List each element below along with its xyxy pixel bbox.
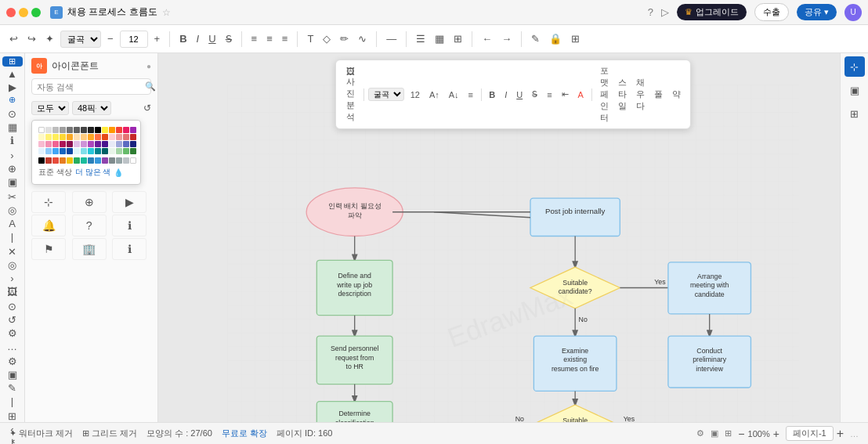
sidebar-icon-location[interactable]: ⊙	[2, 301, 23, 312]
rp-panel-icon[interactable]: ▣	[844, 80, 865, 100]
color-swatch[interactable]	[74, 148, 80, 154]
std-color-swatch[interactable]	[102, 157, 108, 164]
sidebar-icon-pin[interactable]: |	[2, 231, 23, 243]
color-swatch[interactable]	[60, 134, 66, 140]
sidebar-icon-person[interactable]: ⚙	[2, 327, 23, 339]
color-swatch[interactable]	[52, 134, 59, 140]
color-swatch[interactable]	[88, 148, 94, 154]
ft-bold[interactable]: B	[486, 88, 498, 101]
color-swatch[interactable]	[116, 134, 122, 140]
sidebar-icon-settings3[interactable]: ⚙	[2, 356, 23, 367]
watermark-button[interactable]: ✦ 워터마크 제거	[9, 428, 73, 439]
color-swatch[interactable]	[102, 141, 108, 147]
close-button[interactable]	[6, 8, 16, 17]
undo-button[interactable]: ↩	[6, 31, 21, 46]
color-swatch[interactable]	[38, 141, 45, 147]
ft-image-analysis[interactable]: 🖼 사진 분석	[342, 65, 359, 125]
icon-item-cursor[interactable]: ⊹	[31, 191, 66, 213]
shape-button[interactable]: ◇	[320, 31, 334, 46]
align-right-button[interactable]: ≡	[279, 31, 291, 46]
color-swatch[interactable]	[130, 134, 136, 140]
icon-item-film[interactable]: ▶	[112, 191, 146, 213]
icon-item-info2[interactable]: ℹ	[112, 238, 146, 260]
color-swatch[interactable]	[116, 148, 122, 154]
color-swatch[interactable]	[60, 141, 66, 147]
color-swatch[interactable]	[88, 134, 94, 140]
color-swatch[interactable]	[102, 134, 108, 140]
color-swatch[interactable]	[67, 141, 73, 147]
color-swatch[interactable]	[81, 141, 87, 147]
color-swatch[interactable]	[74, 141, 80, 147]
color-swatch[interactable]	[81, 148, 87, 154]
color-swatch[interactable]	[109, 141, 115, 147]
eyedropper-icon[interactable]: 💧	[114, 168, 123, 177]
color-swatch[interactable]	[102, 127, 108, 133]
sidebar-icon-cut[interactable]: ✂	[2, 191, 23, 203]
sidebar-icon-more[interactable]: …	[2, 341, 23, 352]
std-color-swatch[interactable]	[52, 157, 59, 164]
ft-font-select[interactable]: 굴곡	[368, 88, 404, 101]
icon-item-help[interactable]: ?	[72, 215, 107, 236]
color-swatch[interactable]	[52, 141, 59, 147]
arrow-left-button[interactable]: ←	[479, 31, 495, 46]
color-swatch[interactable]	[88, 141, 94, 147]
filter-category-select[interactable]: 모두	[31, 101, 69, 115]
search-input[interactable]	[37, 82, 145, 92]
ft-decrease[interactable]: A↓	[446, 88, 462, 101]
text-button[interactable]: T	[304, 31, 316, 46]
page-tab[interactable]: 페이지-1	[786, 426, 834, 441]
play-icon[interactable]: ▷	[661, 6, 669, 18]
export-button[interactable]: 수출	[754, 3, 789, 21]
color-swatch[interactable]	[45, 134, 52, 140]
color-swatch[interactable]	[52, 127, 59, 133]
std-color-swatch[interactable]	[130, 157, 136, 164]
rp-cursor-icon[interactable]: ⊹	[844, 56, 865, 77]
std-color-swatch[interactable]	[81, 157, 87, 164]
std-color-swatch[interactable]	[123, 157, 129, 164]
color-swatch[interactable]	[116, 127, 122, 133]
line-button[interactable]: ∿	[355, 31, 370, 46]
ft-style[interactable]: 스타일	[615, 75, 630, 114]
std-color-swatch[interactable]	[95, 157, 101, 164]
refresh-icon[interactable]: ↺	[143, 103, 151, 114]
color-swatch[interactable]	[52, 148, 59, 154]
color-swatch[interactable]	[95, 141, 101, 147]
ft-more[interactable]: 폴	[651, 87, 666, 102]
sidebar-icon-text2[interactable]: A	[2, 218, 23, 229]
more-button[interactable]: ⊞	[568, 31, 583, 46]
zoom-out-button[interactable]: −	[738, 428, 744, 440]
sidebar-icon-info[interactable]: ℹ	[2, 135, 23, 146]
avatar[interactable]: U	[844, 4, 862, 21]
icon-item-building[interactable]: 🏢	[72, 238, 107, 260]
std-color-swatch[interactable]	[38, 157, 45, 164]
color-swatch[interactable]	[74, 127, 80, 133]
color-swatch[interactable]	[130, 148, 136, 154]
color-swatch[interactable]	[38, 148, 45, 154]
color-swatch[interactable]	[123, 134, 129, 140]
icon-item-pin[interactable]: ⊕	[72, 191, 107, 213]
maximize-button[interactable]	[31, 8, 41, 17]
ft-indentless[interactable]: ⇤	[559, 88, 572, 101]
color-swatch[interactable]	[38, 127, 45, 133]
ft-color[interactable]: A	[575, 88, 587, 101]
font-family-select[interactable]: 굴곡	[60, 31, 101, 48]
favorite-icon[interactable]: ☆	[162, 7, 171, 18]
color-swatch[interactable]	[67, 148, 73, 154]
color-swatch[interactable]	[60, 127, 66, 133]
color-swatch[interactable]	[88, 127, 94, 133]
std-color-swatch[interactable]	[109, 157, 115, 164]
share-button[interactable]: 공유 ▾	[797, 4, 837, 20]
redo-button[interactable]: ↪	[24, 31, 39, 46]
zoom-in-button[interactable]: +	[773, 428, 779, 440]
color-swatch[interactable]	[116, 141, 122, 147]
ft-extra[interactable]: 약	[669, 87, 684, 102]
std-color-swatch[interactable]	[60, 157, 66, 164]
font-minus[interactable]: −	[104, 31, 117, 46]
sidebar-icon-icons[interactable]: ⊕	[2, 95, 23, 105]
sidebar-icon-refresh[interactable]: ↺	[2, 314, 23, 326]
paint-button[interactable]: ✏	[337, 31, 352, 46]
ft-align[interactable]: ≡	[465, 88, 476, 101]
panel-close-button[interactable]: ●	[146, 62, 151, 70]
table-button[interactable]: ▦	[432, 31, 447, 46]
color-swatch[interactable]	[123, 127, 129, 133]
